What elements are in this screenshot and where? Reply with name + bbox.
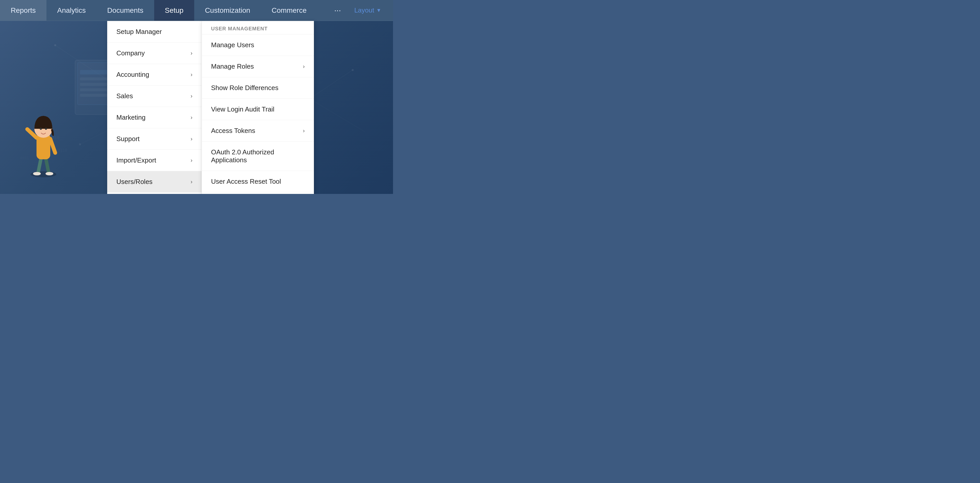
support-arrow: ›: [191, 136, 192, 142]
users-roles-arrow: ›: [191, 179, 192, 185]
user-management-section-header: USER MANAGEMENT: [202, 21, 314, 35]
sales-arrow: ›: [191, 93, 192, 100]
accounting-arrow: ›: [191, 71, 192, 78]
users-roles-label: Users/Roles: [116, 178, 153, 186]
company-label: Company: [116, 49, 145, 57]
import-export-label: Import/Export: [116, 156, 156, 164]
manage-roles-label: Manage Roles: [211, 62, 254, 70]
illustration-figure: [21, 97, 66, 179]
nav-item-commerce[interactable]: Commerce: [261, 0, 317, 21]
two-factor-section-header: TWO-FACTOR AUTHENTICATION: [202, 192, 314, 194]
show-role-differences-label: Show Role Differences: [211, 84, 278, 92]
submenu-item-manage-roles[interactable]: Manage Roles ›: [202, 56, 314, 77]
manage-users-label: Manage Users: [211, 41, 254, 49]
support-label: Support: [116, 135, 140, 143]
nav-item-reports[interactable]: Reports: [0, 0, 46, 21]
users-roles-dropdown: USER MANAGEMENT Manage Users Manage Role…: [202, 21, 314, 194]
marketing-label: Marketing: [116, 114, 145, 121]
marketing-arrow: ›: [191, 114, 192, 121]
layout-button[interactable]: Layout ▼: [350, 4, 385, 16]
setup-menu-item-marketing[interactable]: Marketing ›: [107, 107, 202, 128]
access-tokens-label: Access Tokens: [211, 127, 255, 135]
setup-menu-item-integration[interactable]: Integration ›: [107, 193, 202, 194]
setup-manager-label: Setup Manager: [116, 28, 162, 36]
accounting-label: Accounting: [116, 71, 149, 79]
access-tokens-arrow: ›: [303, 127, 305, 134]
setup-menu-item-accounting[interactable]: Accounting ›: [107, 64, 202, 86]
svg-line-27: [38, 157, 41, 173]
svg-point-13: [79, 143, 81, 145]
svg-line-33: [50, 139, 55, 153]
svg-point-8: [54, 44, 56, 46]
dropdown-container: Setup Manager Company › Accounting › Sal…: [107, 21, 314, 194]
svg-point-36: [45, 127, 47, 130]
sales-label: Sales: [116, 92, 133, 100]
setup-dropdown: Setup Manager Company › Accounting › Sal…: [107, 21, 202, 194]
svg-point-30: [45, 172, 53, 175]
svg-point-29: [33, 172, 41, 175]
submenu-item-user-access-reset[interactable]: User Access Reset Tool: [202, 171, 314, 192]
setup-menu-item-sales[interactable]: Sales ›: [107, 86, 202, 107]
company-arrow: ›: [191, 50, 192, 57]
import-export-arrow: ›: [191, 157, 192, 164]
setup-menu-item-support[interactable]: Support ›: [107, 128, 202, 150]
nav-item-documents[interactable]: Documents: [97, 0, 154, 21]
oauth-label: OAuth 2.0 Authorized Applications: [211, 148, 305, 164]
nav-right: ··· Layout ▼: [330, 0, 393, 21]
more-options-button[interactable]: ···: [330, 3, 345, 17]
submenu-item-view-login-audit-trail[interactable]: View Login Audit Trail: [202, 99, 314, 120]
nav-item-setup[interactable]: Setup: [154, 0, 194, 21]
svg-point-35: [40, 127, 42, 130]
setup-menu-item-import-export[interactable]: Import/Export ›: [107, 150, 202, 171]
nav-item-customization[interactable]: Customization: [194, 0, 261, 21]
user-access-reset-label: User Access Reset Tool: [211, 178, 281, 186]
navbar: Reports Analytics Documents Setup Custom…: [0, 0, 393, 21]
view-login-audit-trail-label: View Login Audit Trail: [211, 105, 274, 113]
manage-roles-arrow: ›: [303, 63, 305, 70]
setup-menu-item-company[interactable]: Company ›: [107, 43, 202, 64]
layout-dropdown-arrow: ▼: [376, 7, 381, 13]
nav-item-analytics[interactable]: Analytics: [46, 0, 97, 21]
svg-point-12: [352, 69, 354, 71]
svg-line-28: [45, 157, 49, 173]
layout-label: Layout: [354, 6, 374, 14]
submenu-item-manage-users[interactable]: Manage Users: [202, 35, 314, 56]
setup-menu-item-users-roles[interactable]: Users/Roles ›: [107, 171, 202, 193]
submenu-item-show-role-differences[interactable]: Show Role Differences: [202, 77, 314, 99]
setup-menu-item-setup-manager[interactable]: Setup Manager: [107, 21, 202, 43]
submenu-item-oauth[interactable]: OAuth 2.0 Authorized Applications: [202, 141, 314, 171]
submenu-item-access-tokens[interactable]: Access Tokens ›: [202, 120, 314, 141]
